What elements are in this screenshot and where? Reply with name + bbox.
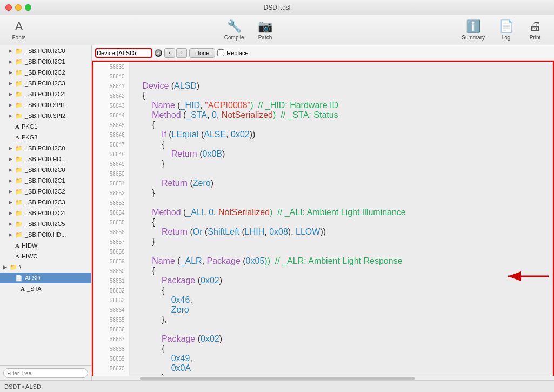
code-token [133, 81, 143, 90]
code-token [133, 169, 143, 178]
code-token: ( [169, 81, 174, 90]
sidebar-item[interactable]: APKG3 [0, 132, 91, 143]
line-number: 58660 [93, 266, 129, 276]
search-navigation: ‹ › [164, 48, 187, 58]
line-number: 58653 [93, 198, 129, 208]
sidebar-item-icon: 📄 [15, 275, 23, 282]
code-token: 0x49 [171, 354, 190, 363]
line-code: If (LEqual (ALSE, 0x02)) [129, 130, 553, 139]
code-token: ( [181, 110, 186, 119]
line-code: Name (_ALR, Package (0x05)) // _ALR: Amb… [129, 256, 553, 266]
line-code: }, [129, 373, 553, 376]
line-code: 0x0A [129, 363, 553, 373]
line-code: Return (Or (ShiftLeft (LHIH, 0x08), LLOW… [129, 227, 553, 237]
sidebar-item[interactable]: ▶📁_SB.PCI0.I2C0 [0, 164, 91, 175]
code-token [133, 208, 152, 217]
sidebar-item[interactable]: 📄ALSD [0, 273, 91, 283]
code-token: Method [152, 208, 181, 217]
sidebar-item[interactable]: ▶📁_SB.PCI0.HD... [0, 154, 91, 164]
h-scrollbar[interactable] [92, 376, 554, 380]
sidebar-item[interactable]: ▶📁_SB.PCI0.SPI1 [0, 99, 91, 110]
code-token: Name [152, 101, 175, 110]
patch-toolbar-item[interactable]: 📷 Patch [251, 17, 278, 43]
sidebar-item-icon: 📁 [15, 80, 23, 87]
sidebar-item-icon: 📁 [15, 48, 23, 55]
close-button[interactable] [5, 4, 12, 11]
sidebar-item[interactable]: ▶📁_SB.PCI0.I2C3 [0, 78, 91, 89]
table-row: 58651 Return (Zero) [93, 178, 553, 188]
code-token: ALSD [174, 81, 197, 90]
code-token: ( [175, 256, 181, 265]
summary-toolbar-item[interactable]: ℹ️ Summary [456, 17, 490, 43]
code-token: )) // _ALR: Ambient Light Response [264, 256, 402, 265]
sidebar-item[interactable]: AHIWC [0, 251, 91, 262]
filter-tree-input[interactable] [3, 368, 88, 378]
sidebar-item[interactable]: ▶📁_SB.PCI0.I2C2 [0, 186, 91, 197]
code-token [133, 227, 162, 236]
code-token: _HID [181, 101, 200, 110]
table-row: 58639 [93, 62, 553, 71]
print-toolbar-item[interactable]: 🖨 Print [522, 17, 549, 43]
sidebar-item[interactable]: ▶📁_SB.PCI0.I2C5 [0, 218, 91, 229]
table-row: 58652 } [93, 188, 553, 198]
compile-toolbar-item[interactable]: 🔧 Compile [219, 17, 250, 43]
log-label: Log [502, 35, 511, 41]
sidebar-item-label: _SB.PCI0.I2C4 [25, 91, 65, 97]
code-token: ), [288, 227, 296, 236]
sidebar-item[interactable]: ▶📁_SB.PCI0.SPI2 [0, 110, 91, 121]
code-token: }, [133, 315, 167, 324]
minimize-button[interactable] [15, 4, 22, 11]
table-row: 58659 Name (_ALR, Package (0x05)) // _AL… [93, 256, 553, 266]
code-token: Or [193, 227, 203, 236]
search-input[interactable] [97, 50, 151, 56]
sidebar-item[interactable]: ▶📁_SB.PCI0.I2C0 [0, 45, 91, 56]
log-toolbar-item[interactable]: 📄 Log [492, 17, 519, 43]
line-code: Method (_STA, 0, NotSerialized) // _STA:… [129, 110, 553, 120]
line-code: Method (_ALI, 0, NotSerialized) // _ALI:… [129, 208, 553, 217]
print-label: Print [530, 35, 541, 41]
code-token [133, 256, 152, 265]
code-token: { [133, 266, 155, 275]
sidebar-item-label: ALSD [25, 275, 41, 281]
sidebar-item-icon: 📁 [15, 69, 23, 76]
sidebar-item[interactable]: ▶📁_SB.PCI0.I2C2 [0, 67, 91, 78]
search-clear-button[interactable]: ✕ [155, 49, 162, 57]
sidebar-item[interactable]: ▶📁_SB.PCI0.I2C4 [0, 89, 91, 99]
search-next-button[interactable]: › [176, 48, 187, 58]
table-row: 58661 Package (0x02) [93, 276, 553, 285]
code-token: 0x02 [201, 276, 219, 285]
code-token: 0x08 [269, 227, 288, 236]
code-token [133, 305, 171, 314]
code-token: ( [239, 227, 245, 236]
code-token: ) // _STA: Status [273, 110, 338, 119]
sidebar-item[interactable]: ▶📁_SB.PCI0.I2C1 [0, 56, 91, 67]
sidebar-item[interactable]: APKG1 [0, 121, 91, 132]
line-code: { [129, 344, 553, 354]
fonts-toolbar-item[interactable]: A Fonts [5, 17, 32, 43]
sidebar-item[interactable]: A_STA [0, 283, 91, 294]
line-code [129, 71, 553, 81]
title-bar: DSDT.dsl [0, 0, 554, 15]
code-token: ( [203, 227, 208, 236]
code-token: Return [162, 227, 188, 236]
sidebar-arrow-icon: ▶ [9, 156, 14, 162]
sidebar-item[interactable]: AHIDW [0, 240, 91, 251]
sidebar-item[interactable]: ▶📁_SB.PCI0.I2C1 [0, 175, 91, 186]
line-number: 58661 [93, 276, 129, 285]
editor-wrapper[interactable]: 58639 58640 58641 Device (ALSD)58642 {58… [92, 61, 554, 376]
replace-checkbox[interactable] [217, 49, 224, 56]
line-number: 58643 [93, 101, 129, 110]
sidebar-item[interactable]: ▶📁_SB.PCI0.I2C4 [0, 208, 91, 218]
table-row: 58656 Return (Or (ShiftLeft (LHIH, 0x08)… [93, 227, 553, 237]
sidebar-arrow-icon: ▶ [9, 113, 14, 118]
code-token: ( [188, 227, 193, 236]
sidebar-item[interactable]: ▶📁\ [0, 262, 91, 273]
sidebar-item[interactable]: ▶📁_SB.PCI0.I2C3 [0, 197, 91, 208]
sidebar-item[interactable]: ▶📁_SB.PCI0.HD... [0, 229, 91, 240]
sidebar-item[interactable]: ▶📁_SB.PCI0.I2C0 [0, 143, 91, 154]
line-code: Package (0x02) [129, 276, 553, 285]
patch-icon: 📷 [258, 19, 272, 34]
done-button[interactable]: Done [189, 48, 215, 58]
search-prev-button[interactable]: ‹ [164, 48, 175, 58]
maximize-button[interactable] [25, 4, 31, 11]
